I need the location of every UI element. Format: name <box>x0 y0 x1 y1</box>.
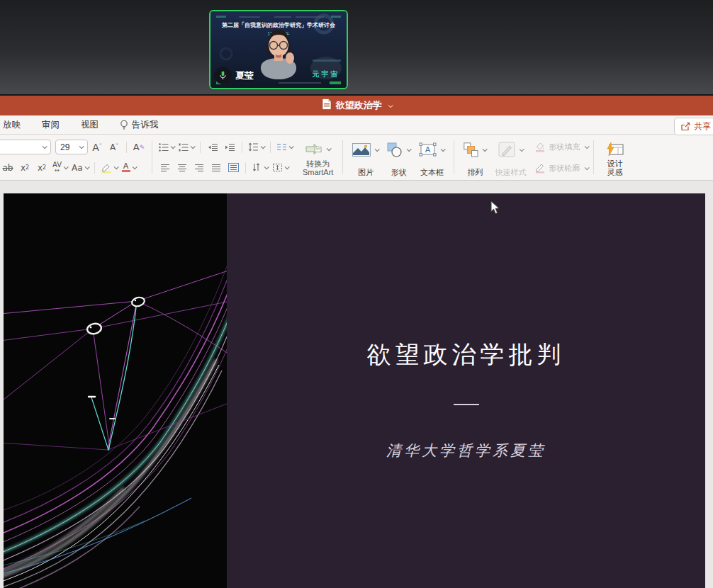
document-title[interactable]: 欲望政治学 <box>336 99 382 112</box>
share-button[interactable]: 共享 <box>674 118 713 135</box>
slide-title-text[interactable]: 欲望政治学批判 <box>367 339 566 371</box>
shape-fill-button[interactable]: 形状填充 <box>534 137 588 156</box>
screen: 元宇宙 第二届「自我意识的政治学研究」学术研讨会 12.11·上午 <box>0 0 713 588</box>
slide-divider-line <box>454 404 479 405</box>
picture-icon <box>352 143 371 157</box>
slide-title-panel: 欲望政治学批判 清华大学哲学系夏莹 <box>227 193 705 588</box>
justify-button[interactable] <box>208 160 224 176</box>
quick-styles-icon <box>498 142 515 157</box>
align-right-button[interactable] <box>191 160 207 176</box>
speaker-video-tile[interactable]: 元宇宙 第二届「自我意识的政治学研究」学术研讨会 12.11·上午 <box>209 10 348 89</box>
powerpoint-titlebar: 欲望政治学 <box>0 94 713 115</box>
design-ideas-icon <box>605 142 624 157</box>
distribute-text-button[interactable] <box>225 160 241 176</box>
conference-banner: 第二届「自我意识的政治学研究」学术研讨会 <box>221 21 336 28</box>
insert-group: 图片 形状 A <box>348 137 449 177</box>
slide-canvas[interactable]: 欲望政治学批判 清华大学哲学系夏莹 <box>4 193 705 588</box>
insert-textbox-button[interactable]: A 文本框 <box>415 137 449 177</box>
textbox-icon: A <box>419 142 437 157</box>
increase-indent-button[interactable] <box>222 140 237 155</box>
svg-text:元宇宙: 元宇宙 <box>312 69 340 78</box>
powerpoint-doc-icon <box>322 98 332 113</box>
lightbulb-icon <box>120 120 128 130</box>
title-menu-chevron-icon[interactable] <box>388 103 393 108</box>
font-group: 29 Aˆ Aˇ A✎ ab x2 x2 AV ↔ Aa <box>0 137 147 177</box>
metaverse-badge: 元宇宙 <box>310 57 342 79</box>
shape-outline-icon <box>534 162 546 174</box>
design-ideas-group: 设计 灵感 <box>599 137 630 177</box>
text-direction-button[interactable] <box>250 160 269 176</box>
network-art-graphic <box>4 193 227 588</box>
numbering-button[interactable] <box>177 140 196 155</box>
svg-text:A: A <box>425 145 431 154</box>
align-left-button[interactable] <box>157 160 173 176</box>
columns-button[interactable] <box>275 140 294 155</box>
change-case-button[interactable]: Aa <box>70 160 90 176</box>
insert-picture-button[interactable]: 图片 <box>348 137 383 177</box>
align-text-vertical-button[interactable] <box>271 160 290 176</box>
superscript-button[interactable]: x2 <box>17 160 33 176</box>
character-spacing-button[interactable]: AV ↔ <box>51 160 69 176</box>
quick-styles-button[interactable]: 快速样式 <box>490 137 530 177</box>
font-name-combo[interactable] <box>0 140 51 154</box>
slide-art-panel <box>4 193 227 588</box>
smartart-icon <box>305 143 322 155</box>
font-color-button[interactable]: A <box>120 160 137 176</box>
decrease-font-size-button[interactable]: Aˇ <box>106 140 122 155</box>
tab-review[interactable]: 审阅 <box>31 119 70 131</box>
shape-outline-button[interactable]: 形状轮廓 <box>534 159 588 177</box>
tab-slideshow[interactable]: 放映 <box>0 119 31 131</box>
ribbon-toolbar: 29 Aˆ Aˇ A✎ ab x2 x2 AV ↔ Aa <box>0 135 713 181</box>
bullets-button[interactable] <box>157 140 176 155</box>
line-spacing-button[interactable] <box>247 140 266 155</box>
paragraph-group: 转换为 SmartArt <box>157 137 337 177</box>
text-highlight-button[interactable] <box>99 160 119 176</box>
microphone-icon[interactable] <box>214 67 232 84</box>
design-ideas-button[interactable]: 设计 灵感 <box>599 137 630 177</box>
convert-to-smartart-button[interactable]: 转换为 SmartArt <box>298 137 337 177</box>
decrease-indent-button[interactable] <box>205 140 220 155</box>
slide-subtitle-text[interactable]: 清华大学哲学系夏莹 <box>386 441 546 460</box>
arrange-button[interactable]: 排列 <box>459 137 490 177</box>
shape-fill-icon <box>534 141 546 152</box>
ribbon-tabbar: 放映 审阅 视图 告诉我 共享 <box>0 115 713 135</box>
arrange-icon <box>464 142 478 157</box>
subscript-button[interactable]: x2 <box>34 160 50 176</box>
meeting-video-strip: 元宇宙 第二届「自我意识的政治学研究」学术研讨会 12.11·上午 <box>0 0 713 94</box>
increase-font-size-button[interactable]: Aˆ <box>89 140 105 155</box>
insert-shapes-button[interactable]: 形状 <box>383 137 415 177</box>
clear-formatting-button[interactable]: A✎ <box>131 140 147 155</box>
tab-view[interactable]: 视图 <box>70 119 109 131</box>
font-size-combo[interactable]: 29 <box>55 140 88 154</box>
shapes-icon <box>387 142 403 157</box>
speaker-name: 夏莹 <box>235 69 254 82</box>
shape-format-group: 排列 快速样式 <box>459 137 588 177</box>
align-center-button[interactable] <box>174 160 190 176</box>
slide-workspace: 欲望政治学批判 清华大学哲学系夏莹 <box>0 181 713 588</box>
share-icon <box>681 122 690 131</box>
strikethrough-button[interactable]: ab <box>0 160 16 176</box>
tab-tell-me[interactable]: 告诉我 <box>109 119 169 131</box>
speaker-nameplate: 夏莹 <box>214 67 254 84</box>
